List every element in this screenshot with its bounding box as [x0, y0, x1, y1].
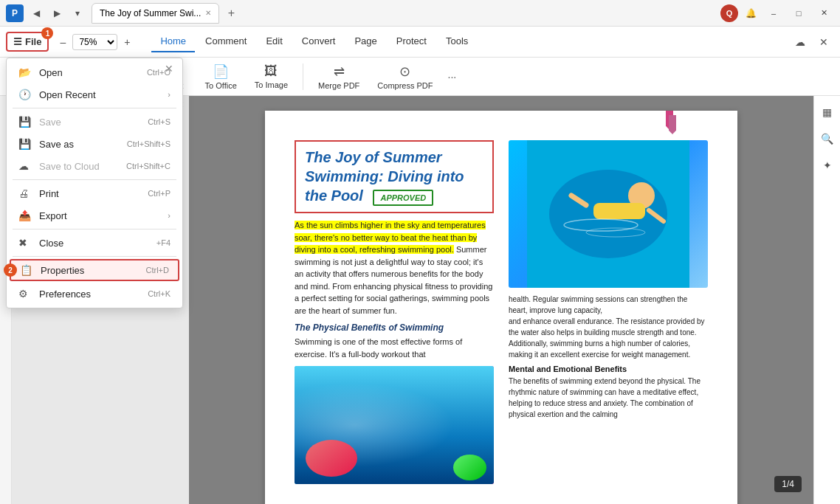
preferences-icon: ⚙ — [18, 288, 32, 300]
open-recent-arrow: › — [168, 90, 171, 99]
export-arrow: › — [168, 211, 171, 220]
export-label: Export — [39, 210, 67, 221]
separator-2 — [13, 179, 176, 180]
menu-item-open-recent[interactable]: 🕐 Open Recent › — [7, 83, 182, 106]
preferences-label: Preferences — [39, 289, 91, 300]
open-label: Open — [39, 67, 63, 78]
save-as-icon: 💾 — [18, 138, 32, 150]
properties-icon: 📋 — [20, 264, 33, 276]
menu-item-export[interactable]: 📤 Export › — [7, 204, 182, 227]
menu-item-save-as[interactable]: 💾 Save as Ctrl+Shift+S — [7, 133, 182, 155]
separator-4 — [13, 256, 176, 257]
menu-item-preferences[interactable]: ⚙ Preferences Ctrl+K — [7, 283, 182, 305]
menu-item-close[interactable]: ✖ Close +F4 — [7, 232, 182, 254]
save-as-shortcut: Ctrl+Shift+S — [127, 139, 171, 148]
properties-badge: 2 — [4, 263, 17, 277]
export-icon: 📤 — [18, 210, 32, 221]
save-shortcut: Ctrl+S — [148, 117, 171, 126]
menu-item-save: 💾 Save Ctrl+S — [7, 111, 182, 133]
open-icon: 📂 — [18, 66, 32, 78]
save-icon: 💾 — [18, 116, 32, 128]
open-shortcut: Ctrl+O — [147, 68, 171, 77]
separator-3 — [13, 229, 176, 229]
menu-item-properties[interactable]: 2 📋 Properties Ctrl+D — [10, 259, 179, 281]
properties-shortcut: Ctrl+D — [146, 266, 169, 275]
print-icon: 🖨 — [18, 187, 32, 199]
save-cloud-shortcut: Ctrl+Shift+C — [126, 162, 171, 170]
print-label: Print — [39, 188, 59, 199]
properties-label: Properties — [41, 265, 84, 276]
separator-1 — [13, 108, 176, 108]
preferences-shortcut: Ctrl+K — [148, 289, 171, 298]
save-label: Save — [39, 117, 61, 128]
close-icon: ✖ — [18, 237, 32, 249]
print-shortcut: Ctrl+P — [148, 189, 171, 198]
close-label: Close — [39, 238, 63, 249]
menu-item-print[interactable]: 🖨 Print Ctrl+P — [7, 182, 182, 204]
save-cloud-label: Save to Cloud — [39, 161, 100, 172]
menu-item-open[interactable]: 📂 Open Ctrl+O — [7, 61, 182, 83]
open-recent-label: Open Recent — [39, 89, 96, 100]
dropdown-overlay[interactable]: ✕ 📂 Open Ctrl+O 🕐 Open Recent › 💾 Save C… — [0, 0, 840, 504]
save-as-label: Save as — [39, 139, 74, 150]
open-recent-icon: 🕐 — [18, 89, 32, 100]
save-cloud-icon: ☁ — [18, 160, 32, 172]
file-dropdown-menu: ✕ 📂 Open Ctrl+O 🕐 Open Recent › 💾 Save C… — [6, 58, 183, 308]
menu-item-save-cloud: ☁ Save to Cloud Ctrl+Shift+C — [7, 155, 182, 177]
close-shortcut: +F4 — [156, 238, 171, 247]
